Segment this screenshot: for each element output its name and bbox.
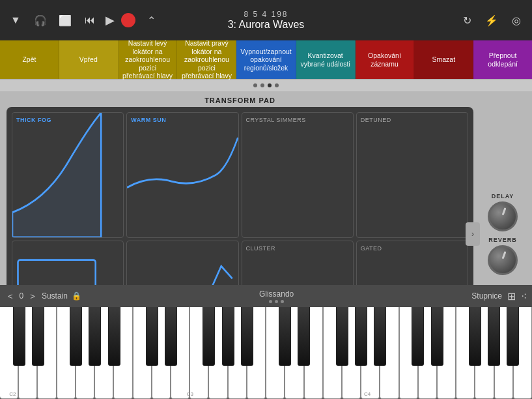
set-right-locator-button[interactable]: Nastavit pravý lokátor na zaokrouhlenou … (177, 40, 236, 79)
pad-cell-detuned[interactable]: DETUNED (356, 112, 468, 238)
white-key[interactable] (342, 307, 361, 399)
side-arrow-button[interactable]: › (466, 222, 480, 246)
pad-cell-crystal-simmers[interactable]: CRYSTAL SIMMERS (242, 112, 354, 238)
quantize-button[interactable]: Kvantizovat vybrané události (296, 40, 356, 79)
loop-icon[interactable]: ↻ (458, 11, 476, 29)
toggle-tap-button[interactable]: Přepnout odklepání (473, 40, 532, 79)
white-key[interactable] (399, 307, 418, 399)
set-left-locator-button[interactable]: Nastavit levý lokátor na zaokrouhlenou p… (119, 40, 178, 79)
white-key[interactable] (380, 307, 399, 399)
white-key[interactable] (94, 307, 113, 399)
pad-label-cluster: CLUSTER (246, 245, 276, 252)
white-key[interactable] (475, 307, 494, 399)
grid-icon[interactable]: ⊞ (507, 290, 516, 303)
toolbar-page-dots (0, 80, 532, 91)
reverb-knob[interactable] (488, 245, 518, 275)
reverb-knob-section: REVERB (488, 237, 518, 275)
transport-numbers: 8 5 4 198 (228, 10, 305, 19)
toolbar: Zpět Vpřed Nastavit levý lokátor na zaok… (0, 40, 532, 80)
white-key[interactable] (37, 307, 56, 399)
octave-up-button[interactable]: > (27, 290, 38, 303)
white-key[interactable] (152, 307, 171, 399)
piano-wrapper: C2 C3 C4 (0, 307, 532, 399)
octave-number: 0 (20, 291, 24, 301)
white-key[interactable] (208, 307, 227, 399)
white-key[interactable] (361, 307, 380, 399)
white-key[interactable] (304, 307, 323, 399)
keyboard-right-controls: Stupnice ⊞ ⁖ (471, 290, 527, 303)
top-bar: ▼ 🎧 ⬜ ⏮ ▶ ⌃ 8 5 4 198 3: Aurora Waves ↻ … (0, 0, 532, 40)
white-key[interactable] (113, 307, 132, 399)
white-key[interactable] (133, 307, 152, 399)
keyboard-toolbar: < 0 > Sustain 🔒 Glissando Stupnice ⊞ ⁖ (0, 285, 532, 307)
glissando-section: Glissando (85, 289, 468, 303)
sustain-label: Sustain (42, 291, 68, 301)
headphones-icon[interactable]: 🎧 (31, 11, 49, 29)
glissando-dot-3[interactable] (281, 300, 284, 303)
song-info: 8 5 4 198 3: Aurora Waves (228, 10, 305, 31)
white-key[interactable] (418, 307, 437, 399)
flash-icon[interactable]: ⚡ (483, 11, 501, 29)
delay-label: DELAY (492, 193, 514, 200)
stupnice-label: Stupnice (471, 291, 502, 301)
white-key[interactable] (323, 307, 342, 399)
white-key[interactable] (18, 307, 37, 399)
glissando-dot-1[interactable] (269, 300, 272, 303)
delete-button[interactable]: Smazat (414, 40, 473, 79)
dot-4[interactable] (275, 83, 279, 87)
white-key[interactable] (171, 307, 189, 399)
pad-cell-thick-fog[interactable]: THICK FOG (12, 112, 124, 238)
white-key[interactable] (266, 307, 285, 399)
screen-icon[interactable]: ⬜ (56, 11, 74, 29)
pad-cell-warm-sun[interactable]: WARM SUN (126, 112, 238, 238)
dot-1[interactable] (253, 83, 257, 87)
forward-button[interactable]: Vpřed (59, 40, 119, 79)
dot-3[interactable] (268, 83, 272, 87)
rewind-icon[interactable]: ⏮ (81, 11, 99, 29)
white-key[interactable] (437, 307, 456, 399)
dot-2[interactable] (260, 83, 264, 87)
glissando-label: Glissando (259, 289, 294, 299)
delay-knob-section: DELAY (488, 193, 518, 231)
song-name: 3: Aurora Waves (228, 19, 305, 31)
settings-icon[interactable]: ◎ (507, 11, 525, 29)
white-key[interactable] (247, 307, 266, 399)
dots-icon[interactable]: ⁖ (521, 290, 527, 303)
transform-pad-title: TRANSFORM PAD (7, 96, 473, 104)
glissando-dot-2[interactable] (275, 300, 278, 303)
top-bar-right: ↻ ⚡ ◎ (458, 11, 525, 29)
lock-icon: 🔒 (72, 291, 81, 301)
octave-down-button[interactable]: < (5, 290, 16, 303)
record-button[interactable] (121, 13, 135, 27)
white-key[interactable] (57, 307, 76, 399)
white-key[interactable] (0, 307, 18, 399)
white-key[interactable] (513, 307, 532, 399)
loop-record-button[interactable]: Opakování záznamu (356, 40, 415, 79)
back-button[interactable]: Zpět (0, 40, 59, 79)
dropdown-icon[interactable]: ▼ (7, 11, 25, 29)
pad-label-crystal-simmers: CRYSTAL SIMMERS (246, 117, 306, 123)
pad-label-gated: GATED (361, 245, 382, 252)
transport-controls: ▼ 🎧 ⬜ ⏮ ▶ ⌃ (7, 11, 160, 29)
white-key[interactable] (189, 307, 208, 399)
toggle-repeat-button[interactable]: Vypnout/zapnout opakování regionů/složek (236, 40, 296, 79)
white-key[interactable] (76, 307, 94, 399)
delay-knob[interactable] (488, 201, 518, 231)
play-button[interactable]: ▶ (105, 13, 115, 27)
white-key[interactable] (494, 307, 513, 399)
reverb-label: REVERB (488, 237, 517, 243)
keyboard-section: < 0 > Sustain 🔒 Glissando Stupnice ⊞ ⁖ (0, 285, 532, 399)
up-icon[interactable]: ⌃ (142, 11, 160, 29)
white-key[interactable] (228, 307, 247, 399)
white-key[interactable] (456, 307, 475, 399)
pad-label-detuned: DETUNED (361, 117, 391, 123)
white-key[interactable] (285, 307, 303, 399)
